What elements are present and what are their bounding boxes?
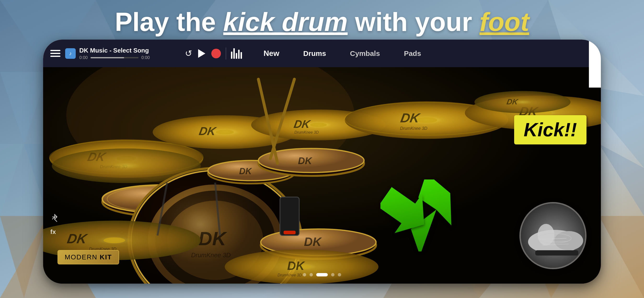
- title-part1: Play the: [115, 7, 223, 37]
- svg-text:DrumKnee 3D: DrumKnee 3D: [191, 251, 231, 259]
- tab-new[interactable]: New: [252, 47, 291, 60]
- title-foot: foot: [480, 7, 529, 37]
- tab-cymbals[interactable]: Cymbals: [338, 47, 392, 60]
- svg-marker-7: [0, 216, 48, 298]
- dot-3-active[interactable]: [316, 273, 328, 276]
- svg-point-65: [474, 91, 570, 113]
- mixer-button[interactable]: [231, 48, 242, 59]
- progress-bar[interactable]: [90, 57, 138, 58]
- song-icon: ♪: [65, 48, 76, 59]
- fx-button[interactable]: fx: [50, 228, 59, 236]
- svg-marker-4: [0, 72, 48, 144]
- song-progress: 0:00 0:00: [79, 55, 150, 60]
- record-button[interactable]: [211, 49, 221, 58]
- tab-drums[interactable]: Drums: [291, 47, 338, 60]
- svg-text:DK: DK: [287, 259, 306, 272]
- svg-text:DK: DK: [304, 235, 322, 249]
- title-kick-drum: kick drum: [223, 7, 348, 37]
- svg-text:DK: DK: [298, 156, 313, 166]
- svg-text:DK: DK: [506, 98, 519, 106]
- time-start: 0:00: [79, 55, 88, 60]
- fx-label: fx: [50, 228, 56, 236]
- mixer-bar-2: [233, 48, 235, 59]
- dot-2[interactable]: [310, 273, 313, 276]
- modern-text: MODERN: [65, 253, 97, 261]
- kit-text: KIT: [100, 253, 112, 261]
- toolbar-tabs: New Drums Cymbals Pads: [252, 47, 433, 60]
- modern-kit-badge: MODERN KIT: [58, 250, 119, 264]
- page-indicator: [303, 273, 341, 276]
- song-section: ♪ DK Music - Select Song 0:00 0:00: [65, 47, 180, 60]
- time-end: 0:00: [141, 55, 150, 60]
- bluetooth-icon[interactable]: [50, 214, 59, 222]
- playback-controls: ↺: [185, 49, 221, 59]
- left-icons-panel: fx: [50, 214, 59, 236]
- page-headline: Play the kick drum with your foot: [0, 7, 644, 36]
- svg-rect-83: [280, 197, 299, 235]
- svg-text:DK: DK: [400, 111, 422, 125]
- tab-pads[interactable]: Pads: [392, 47, 433, 60]
- svg-rect-84: [284, 231, 296, 234]
- app-toolbar: ♪ DK Music - Select Song 0:00 0:00 ↺: [43, 40, 601, 67]
- dot-4[interactable]: [331, 273, 334, 276]
- shoe-image: [520, 202, 586, 269]
- mixer-bar-4: [238, 50, 240, 59]
- svg-marker-16: [599, 144, 644, 216]
- kick-arrow: [380, 180, 476, 252]
- kick-label: Kick!!: [514, 115, 586, 144]
- song-info: DK Music - Select Song 0:00 0:00: [79, 47, 150, 60]
- mixer-bar-1: [231, 52, 232, 59]
- svg-text:DrumKnee 3D: DrumKnee 3D: [400, 126, 428, 131]
- svg-text:DrumKnee 3D: DrumKnee 3D: [294, 130, 319, 134]
- svg-point-32: [216, 130, 234, 135]
- kick-text: Kick!!: [514, 115, 586, 144]
- svg-text:DK: DK: [198, 124, 218, 137]
- svg-marker-18: [599, 216, 644, 298]
- song-title[interactable]: DK Music - Select Song: [79, 47, 150, 54]
- svg-text:DK: DK: [293, 118, 312, 130]
- title-part3: with your: [348, 7, 480, 37]
- svg-text:DrumKnee 3D: DrumKnee 3D: [278, 273, 302, 277]
- dot-1[interactable]: [303, 273, 306, 276]
- drum-kit-area[interactable]: DK DrumKnee 3D DK: [43, 67, 601, 284]
- menu-button[interactable]: [50, 50, 60, 57]
- svg-point-68: [104, 238, 125, 243]
- phone-frame: ♪ DK Music - Select Song 0:00 0:00 ↺: [43, 40, 601, 284]
- mixer-bar-5: [240, 52, 242, 59]
- phone-notch: [589, 40, 601, 88]
- svg-text:DK: DK: [198, 228, 227, 249]
- svg-marker-5: [0, 144, 24, 216]
- play-button[interactable]: [198, 49, 205, 58]
- toolbar-separator: [226, 48, 226, 60]
- drum-scene: DK DrumKnee 3D DK: [43, 67, 601, 284]
- progress-fill: [90, 57, 124, 58]
- svg-rect-90: [535, 250, 578, 255]
- svg-point-54: [310, 123, 327, 127]
- svg-text:DK: DK: [239, 166, 252, 176]
- mixer-bar-3: [236, 53, 237, 59]
- reload-button[interactable]: ↺: [185, 49, 192, 59]
- dot-5[interactable]: [338, 273, 341, 276]
- svg-text:DK: DK: [66, 231, 89, 246]
